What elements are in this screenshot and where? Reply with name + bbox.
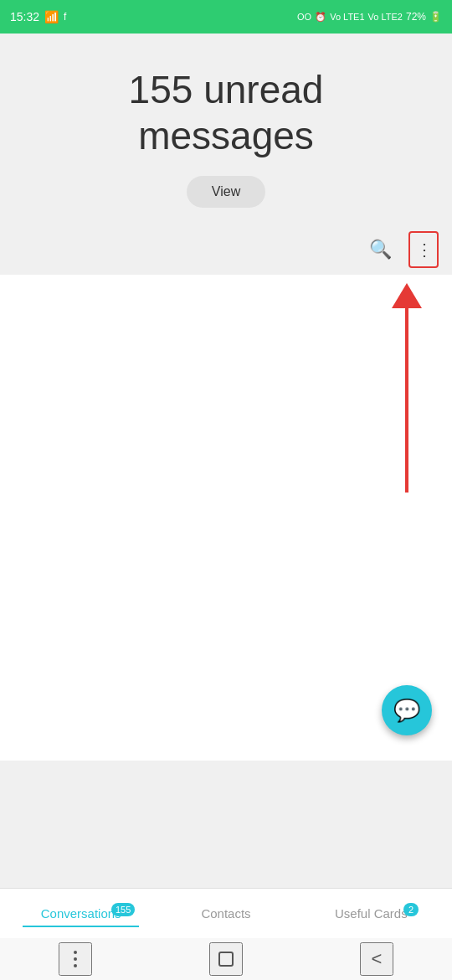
signal-icon: Vo LTE1 (330, 12, 364, 22)
status-bar-right: OO ⏰ Vo LTE1 Vo LTE2 72% 🔋 (297, 11, 442, 23)
tab-useful-cards[interactable]: Useful Cards 2 (299, 900, 444, 927)
battery-icon: 🔋 (429, 11, 442, 23)
annotation-arrow (392, 283, 422, 493)
header-section: 155 unread messages View (0, 34, 452, 224)
signal2-icon: Vo LTE2 (368, 12, 403, 22)
arrow-shaft (405, 308, 408, 493)
conversations-badge: 155 (111, 903, 135, 916)
back-icon: < (372, 948, 383, 970)
back-button[interactable]: < (360, 942, 393, 976)
bottom-nav: Conversations 155 Contacts Useful Cards … (0, 888, 452, 938)
compose-icon: 💬 (393, 698, 420, 724)
notification-icon: 📶 (44, 10, 59, 23)
home-icon (218, 952, 234, 967)
contacts-label: Contacts (201, 906, 250, 921)
status-bar-left: 15:32 📶 f (10, 10, 66, 23)
main-content: 💬 (0, 275, 452, 761)
vpn-icon: OO (297, 12, 311, 22)
status-bar: 15:32 📶 f OO ⏰ Vo LTE1 Vo LTE2 72% 🔋 (0, 0, 452, 34)
tab-conversations[interactable]: Conversations 155 (8, 900, 153, 927)
view-button[interactable]: View (187, 176, 265, 208)
recent-apps-icon (74, 951, 77, 967)
alarm-icon: ⏰ (315, 12, 326, 23)
arrow-head (392, 283, 422, 308)
more-dots-icon: ⋮ (416, 241, 432, 258)
messages-label: messages (138, 114, 314, 157)
recent-apps-button[interactable] (59, 942, 92, 976)
facebook-icon: f (64, 11, 66, 23)
compose-button[interactable]: 💬 (382, 685, 432, 735)
unread-count: 155 (129, 68, 193, 111)
tab-contacts[interactable]: Contacts (153, 900, 298, 927)
search-icon[interactable]: 🔍 (366, 235, 395, 264)
useful-cards-label: Useful Cards (335, 906, 408, 921)
conversations-label: Conversations (41, 906, 121, 921)
time-display: 15:32 (10, 10, 39, 23)
more-options-button[interactable]: ⋮ (408, 231, 439, 268)
battery-display: 72% (406, 11, 426, 23)
android-nav-bar: < (0, 938, 452, 980)
unread-label: unread (203, 68, 323, 111)
home-button[interactable] (209, 942, 243, 976)
toolbar: 🔍 ⋮ (0, 224, 452, 275)
unread-title: 155 unread messages (25, 67, 427, 159)
useful-cards-badge: 2 (403, 903, 419, 916)
